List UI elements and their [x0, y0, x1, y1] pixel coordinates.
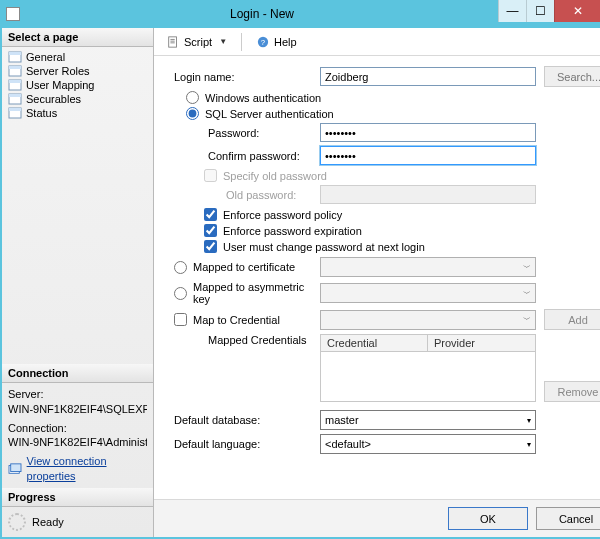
sql-auth-option[interactable]: SQL Server authentication — [162, 107, 600, 120]
progress-status: Ready — [32, 516, 64, 528]
server-value: WIN-9NF1K82EIF4\SQLEXPRES — [8, 402, 147, 417]
mapped-cert-dropdown: ﹀ — [320, 257, 536, 277]
default-language-label: Default language: — [162, 438, 320, 450]
dialog-button-bar: OK Cancel — [154, 499, 600, 537]
script-icon — [166, 36, 180, 48]
maximize-button[interactable]: ☐ — [526, 0, 554, 22]
cancel-button[interactable]: Cancel — [536, 507, 600, 530]
login-name-input[interactable] — [320, 67, 536, 86]
page-icon — [8, 51, 22, 63]
page-icon — [8, 93, 22, 105]
page-label: General — [26, 51, 65, 63]
window-title: Login - New — [26, 7, 498, 21]
connection-label: Connection: — [8, 421, 147, 436]
default-database-label: Default database: — [162, 414, 320, 426]
script-button[interactable]: Script — [162, 34, 231, 50]
help-button[interactable]: ? Help — [252, 34, 301, 50]
help-icon: ? — [256, 36, 270, 48]
specify-old-password-checkbox — [204, 169, 217, 182]
specify-old-password-option: Specify old password — [162, 169, 600, 182]
progress-spinner-icon — [8, 513, 26, 531]
page-item-server-roles[interactable]: Server Roles — [4, 64, 151, 78]
app-icon — [6, 7, 20, 21]
help-label: Help — [274, 36, 297, 48]
toolbar-separator — [241, 33, 242, 51]
link-text: View connection properties — [27, 454, 147, 484]
sql-auth-radio[interactable] — [186, 107, 199, 120]
confirm-password-label: Confirm password: — [162, 150, 320, 162]
svg-text:?: ? — [261, 37, 265, 46]
properties-icon — [8, 462, 23, 476]
cred-col-credential: Credential — [321, 335, 428, 352]
view-connection-properties-link[interactable]: View connection properties — [8, 454, 147, 484]
login-name-label: Login name: — [162, 71, 320, 83]
page-item-status[interactable]: Status — [4, 106, 151, 120]
chevron-down-icon: ▾ — [527, 440, 531, 449]
mapped-cert-radio[interactable] — [174, 261, 187, 274]
windows-auth-option[interactable]: Windows authentication — [162, 91, 600, 104]
page-item-general[interactable]: General — [4, 50, 151, 64]
page-label: User Mapping — [26, 79, 94, 91]
add-button: Add — [544, 309, 600, 330]
title-bar: Login - New — ☐ ✕ — [0, 0, 600, 28]
remove-button: Remove — [544, 381, 600, 402]
close-button[interactable]: ✕ — [554, 0, 600, 22]
page-label: Server Roles — [26, 65, 90, 77]
connection-header: Connection — [2, 364, 153, 383]
server-label: Server: — [8, 387, 147, 402]
svg-rect-12 — [169, 36, 177, 46]
page-label: Status — [26, 107, 57, 119]
minimize-button[interactable]: — — [498, 0, 526, 22]
map-credential-checkbox[interactable] — [174, 313, 187, 326]
page-icon — [8, 65, 22, 77]
enforce-policy-label: Enforce password policy — [223, 209, 342, 221]
left-panel: Select a page General Server Roles User … — [2, 28, 154, 537]
mapped-credentials-label: Mapped Credentials — [162, 334, 320, 346]
mapped-asym-radio[interactable] — [174, 287, 187, 300]
progress-header: Progress — [2, 488, 153, 507]
chevron-down-icon: ▾ — [527, 416, 531, 425]
svg-rect-5 — [9, 80, 21, 83]
page-item-securables[interactable]: Securables — [4, 92, 151, 106]
form-area: Login name: Search... Windows authentica… — [154, 56, 600, 499]
connection-value: WIN-9NF1K82EIF4\Administrator — [8, 435, 147, 450]
svg-rect-9 — [9, 108, 21, 111]
svg-rect-3 — [9, 66, 21, 69]
page-label: Securables — [26, 93, 81, 105]
mapped-cert-label: Mapped to certificate — [193, 261, 295, 273]
old-password-label: Old password: — [162, 189, 320, 201]
default-language-value: <default> — [325, 438, 371, 450]
page-icon — [8, 107, 22, 119]
svg-rect-11 — [11, 464, 21, 472]
script-label: Script — [184, 36, 212, 48]
cred-col-provider: Provider — [428, 335, 535, 352]
old-password-input — [320, 185, 536, 204]
password-input[interactable] — [320, 123, 536, 142]
specify-old-label: Specify old password — [223, 170, 327, 182]
must-change-label: User must change password at next login — [223, 241, 425, 253]
mapped-credentials-table: Credential Provider — [320, 334, 536, 402]
map-credential-label: Map to Credential — [193, 314, 280, 326]
default-language-select[interactable]: <default> ▾ — [320, 434, 536, 454]
sql-auth-label: SQL Server authentication — [205, 108, 334, 120]
search-button[interactable]: Search... — [544, 66, 600, 87]
mapped-asym-label: Mapped to asymmetric key — [193, 281, 320, 305]
windows-auth-radio[interactable] — [186, 91, 199, 104]
enforce-policy-checkbox[interactable] — [204, 208, 217, 221]
enforce-expiration-label: Enforce password expiration — [223, 225, 362, 237]
svg-rect-1 — [9, 52, 21, 55]
confirm-password-input[interactable] — [320, 146, 536, 165]
default-database-value: master — [325, 414, 359, 426]
page-item-user-mapping[interactable]: User Mapping — [4, 78, 151, 92]
select-page-header: Select a page — [2, 28, 153, 47]
ok-button[interactable]: OK — [448, 507, 528, 530]
mapped-asym-dropdown: ﹀ — [320, 283, 536, 303]
svg-rect-7 — [9, 94, 21, 97]
must-change-checkbox[interactable] — [204, 240, 217, 253]
page-icon — [8, 79, 22, 91]
windows-auth-label: Windows authentication — [205, 92, 321, 104]
enforce-expiration-checkbox[interactable] — [204, 224, 217, 237]
default-database-select[interactable]: master ▾ — [320, 410, 536, 430]
map-credential-dropdown: ﹀ — [320, 310, 536, 330]
password-label: Password: — [162, 127, 320, 139]
